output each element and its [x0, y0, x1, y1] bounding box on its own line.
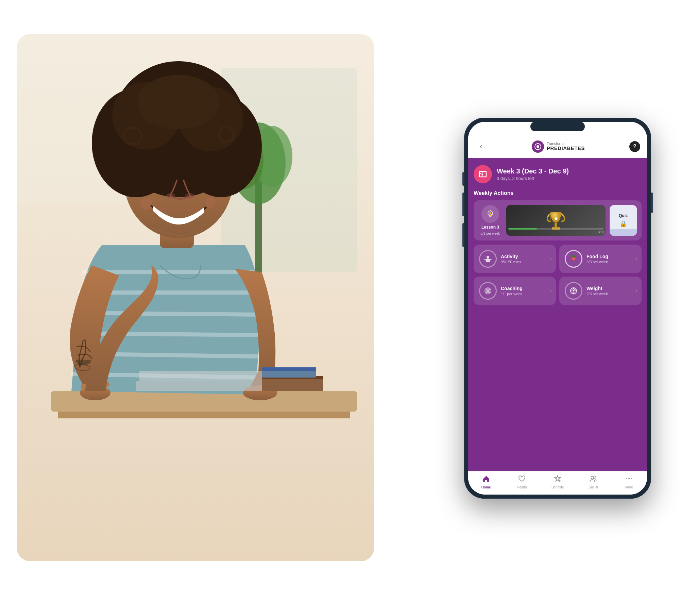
weight-chevron: ›	[636, 288, 638, 294]
week-timer-icon	[474, 165, 492, 183]
app-body: Week 3 (Dec 3 - Dec 9) 3 days, 2 hours l…	[468, 158, 647, 471]
video-progress-label: 3/10	[508, 230, 604, 234]
svg-point-57	[591, 476, 594, 479]
lock-icon: 🔒	[619, 220, 627, 228]
logo-icon	[532, 140, 544, 153]
social-icon	[590, 475, 597, 484]
phone-device: ‹ Transform PREDIABETES	[464, 118, 651, 499]
photo-card	[17, 34, 374, 561]
activity-title: Activity	[501, 254, 521, 259]
home-icon	[482, 475, 490, 484]
food-log-subtitle: 3/3 per week	[586, 260, 608, 264]
svg-rect-30	[139, 371, 269, 381]
svg-rect-34	[262, 367, 316, 371]
svg-rect-31	[262, 378, 323, 391]
week-title: Week 3 (Dec 3 - Dec 9)	[497, 167, 569, 175]
svg-point-40	[490, 212, 491, 214]
weight-title: Weight	[586, 286, 608, 291]
food-log-info: Food Log 3/3 per week	[586, 254, 608, 264]
svg-point-27	[140, 198, 152, 210]
back-button[interactable]: ‹	[475, 140, 487, 153]
help-button[interactable]: ?	[629, 141, 640, 152]
activity-card[interactable]: Activity 95/150 mins ›	[474, 245, 556, 273]
nav-benefits[interactable]: Benefits	[547, 475, 568, 489]
svg-point-60	[628, 478, 630, 479]
nav-home-label: Home	[481, 485, 491, 489]
svg-text:★: ★	[554, 216, 559, 221]
svg-point-28	[205, 197, 216, 208]
activity-info: Activity 95/150 mins	[501, 254, 521, 264]
coaching-chevron: ›	[550, 288, 552, 294]
app-logo: Transform PREDIABETES	[532, 140, 585, 153]
bottom-navigation: Home Health	[468, 471, 647, 495]
coaching-icon	[479, 282, 497, 300]
svg-point-61	[631, 478, 632, 479]
quiz-bar	[610, 229, 637, 236]
coaching-title: Coaching	[501, 286, 523, 291]
svg-rect-8	[58, 412, 350, 418]
svg-point-46	[487, 256, 489, 259]
svg-rect-43	[555, 223, 557, 227]
scene: ‹ Transform PREDIABETES	[17, 17, 663, 599]
svg-point-25	[166, 193, 175, 199]
nav-social-label: Social	[589, 485, 598, 489]
nav-health[interactable]: Health	[512, 475, 532, 489]
video-progress: 3/10	[508, 228, 604, 234]
phone-volume-up-button	[462, 193, 464, 216]
week-banner: Week 3 (Dec 3 - Dec 9) 3 days, 2 hours l…	[474, 164, 642, 185]
svg-point-49	[572, 258, 575, 260]
video-card[interactable]: ★ 3/10	[506, 205, 606, 236]
activity-subtitle: 95/150 mins	[501, 260, 521, 264]
weight-info: Weight 2/3 per week	[586, 286, 608, 296]
svg-point-53	[488, 290, 489, 291]
quiz-card[interactable]: Quiz 🔒	[610, 205, 637, 236]
phone-notch	[530, 122, 585, 131]
phone-wrapper: ‹ Transform PREDIABETES	[452, 17, 663, 599]
nav-more[interactable]: More	[619, 475, 639, 489]
food-log-card[interactable]: Food Log 3/3 per week ›	[559, 245, 642, 273]
more-icon	[625, 475, 633, 484]
svg-point-36	[537, 145, 539, 148]
logo-text: Transform PREDIABETES	[547, 141, 585, 151]
weight-card[interactable]: Weight 2/3 per week ›	[559, 277, 642, 305]
activity-chevron: ›	[550, 256, 552, 262]
phone-screen: ‹ Transform PREDIABETES	[468, 122, 647, 495]
activity-icon	[479, 250, 497, 268]
lesson-item[interactable]: Lesson 3 0/1 per week	[478, 205, 502, 235]
phone-volume-down-button	[462, 223, 464, 247]
nav-benefits-label: Benefits	[551, 485, 564, 489]
nav-health-label: Health	[517, 485, 527, 489]
lesson-title: Lesson 3	[481, 225, 499, 230]
phone-power-button	[651, 193, 653, 213]
coaching-subtitle: 1/1 per week	[501, 292, 523, 296]
week-subtitle: 3 days, 2 hours left	[497, 176, 569, 181]
lesson-progress: 0/1 per week	[480, 232, 500, 235]
nav-social[interactable]: Social	[583, 475, 604, 489]
svg-rect-29	[136, 381, 272, 391]
weekly-actions-label: Weekly Actions	[474, 190, 642, 196]
quiz-label: Quiz	[619, 213, 628, 218]
lesson-icon	[481, 205, 499, 223]
food-log-icon	[565, 250, 582, 268]
action-grid: Activity 95/150 mins ›	[474, 245, 642, 305]
svg-point-26	[185, 193, 194, 199]
nav-home[interactable]: Home	[476, 475, 496, 489]
weight-subtitle: 2/3 per week	[586, 292, 608, 296]
coaching-card[interactable]: Coaching 1/1 per week ›	[474, 277, 556, 305]
benefits-icon	[554, 475, 561, 484]
food-log-title: Food Log	[586, 254, 608, 259]
phone-silent-button	[462, 172, 464, 186]
weight-icon	[565, 282, 582, 300]
week-info: Week 3 (Dec 3 - Dec 9) 3 days, 2 hours l…	[497, 167, 569, 181]
coaching-info: Coaching 1/1 per week	[501, 286, 523, 296]
food-log-chevron: ›	[636, 256, 638, 262]
health-icon	[518, 475, 526, 484]
svg-point-59	[626, 478, 627, 479]
nav-more-label: More	[625, 485, 633, 489]
svg-point-56	[573, 290, 574, 292]
weekly-actions-card: Lesson 3 0/1 per week	[474, 200, 642, 240]
